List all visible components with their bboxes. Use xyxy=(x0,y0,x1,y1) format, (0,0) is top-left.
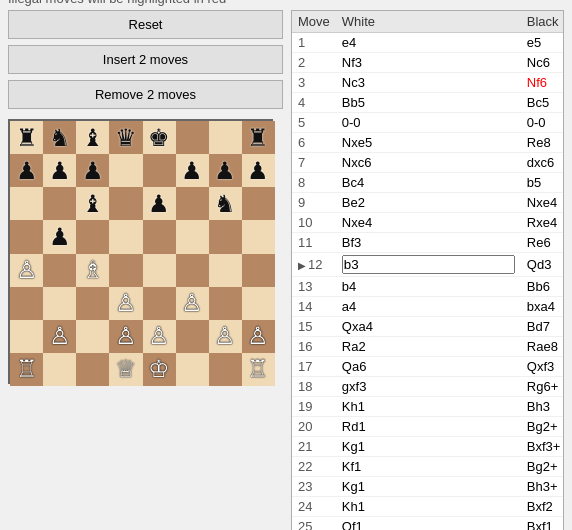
square-r3c2[interactable] xyxy=(76,220,109,253)
square-r5c2[interactable] xyxy=(76,287,109,320)
white-move[interactable]: Nxc6 xyxy=(336,153,521,173)
square-r4c2[interactable]: ♗ xyxy=(76,254,109,287)
square-r7c7[interactable]: ♖ xyxy=(242,353,275,386)
white-move[interactable]: e4 xyxy=(336,33,521,53)
square-r0c5[interactable] xyxy=(176,121,209,154)
table-row[interactable]: 8Bc4b5 xyxy=(292,173,563,193)
table-row[interactable]: 4Bb5Bc5 xyxy=(292,93,563,113)
white-move[interactable] xyxy=(336,253,521,277)
white-move[interactable]: Kg1 xyxy=(336,437,521,457)
white-move[interactable]: Be2 xyxy=(336,193,521,213)
square-r1c5[interactable]: ♟ xyxy=(176,154,209,187)
black-move[interactable]: Rg6+ xyxy=(521,377,563,397)
white-move[interactable]: Rd1 xyxy=(336,417,521,437)
square-r0c0[interactable]: ♜ xyxy=(10,121,43,154)
table-row[interactable]: 14a4bxa4 xyxy=(292,297,563,317)
square-r6c4[interactable]: ♙ xyxy=(143,320,176,353)
square-r2c6[interactable]: ♞ xyxy=(209,187,242,220)
black-move[interactable]: e5 xyxy=(521,33,563,53)
square-r0c1[interactable]: ♞ xyxy=(43,121,76,154)
square-r7c5[interactable] xyxy=(176,353,209,386)
black-move[interactable]: Bxf1 xyxy=(521,517,563,531)
square-r0c6[interactable] xyxy=(209,121,242,154)
square-r2c5[interactable] xyxy=(176,187,209,220)
white-move[interactable]: Nxe4 xyxy=(336,213,521,233)
black-move[interactable]: Qd3 xyxy=(521,253,563,277)
black-move[interactable]: b5 xyxy=(521,173,563,193)
square-r5c3[interactable]: ♙ xyxy=(109,287,142,320)
square-r3c4[interactable] xyxy=(143,220,176,253)
table-row[interactable]: 7Nxc6dxc6 xyxy=(292,153,563,173)
square-r3c1[interactable]: ♟ xyxy=(43,220,76,253)
black-move[interactable]: Re8 xyxy=(521,133,563,153)
table-row[interactable]: 17Qa6Qxf3 xyxy=(292,357,563,377)
table-row[interactable]: 25Qf1Bxf1 xyxy=(292,517,563,531)
white-move[interactable]: Kf1 xyxy=(336,457,521,477)
black-move[interactable]: Rxe4 xyxy=(521,213,563,233)
black-move[interactable]: Bg2+ xyxy=(521,457,563,477)
table-row[interactable]: 13b4Bb6 xyxy=(292,277,563,297)
square-r6c0[interactable] xyxy=(10,320,43,353)
square-r3c3[interactable] xyxy=(109,220,142,253)
white-move[interactable]: Qf1 xyxy=(336,517,521,531)
table-row[interactable]: 9Be2Nxe4 xyxy=(292,193,563,213)
move-table-wrapper[interactable]: Move White Black 1e4e52Nf3Nc63Nc3Nf64Bb5… xyxy=(292,11,563,530)
square-r6c6[interactable]: ♙ xyxy=(209,320,242,353)
square-r2c2[interactable]: ♝ xyxy=(76,187,109,220)
square-r6c3[interactable]: ♙ xyxy=(109,320,142,353)
black-move[interactable]: Rae8 xyxy=(521,337,563,357)
square-r4c7[interactable] xyxy=(242,254,275,287)
table-row[interactable]: 16Ra2Rae8 xyxy=(292,337,563,357)
table-row[interactable]: 15Qxa4Bd7 xyxy=(292,317,563,337)
square-r7c2[interactable] xyxy=(76,353,109,386)
square-r7c3[interactable]: ♕ xyxy=(109,353,142,386)
white-move[interactable]: Qa6 xyxy=(336,357,521,377)
square-r4c1[interactable] xyxy=(43,254,76,287)
square-r0c4[interactable]: ♚ xyxy=(143,121,176,154)
white-move[interactable]: Bf3 xyxy=(336,233,521,253)
table-row[interactable]: 3Nc3Nf6 xyxy=(292,73,563,93)
table-row[interactable]: 10Nxe4Rxe4 xyxy=(292,213,563,233)
white-move[interactable]: Kh1 xyxy=(336,397,521,417)
white-move[interactable]: gxf3 xyxy=(336,377,521,397)
square-r7c6[interactable] xyxy=(209,353,242,386)
black-move[interactable]: dxc6 xyxy=(521,153,563,173)
square-r6c2[interactable] xyxy=(76,320,109,353)
black-move[interactable]: Nc6 xyxy=(521,53,563,73)
square-r7c0[interactable]: ♖ xyxy=(10,353,43,386)
black-move[interactable]: 0-0 xyxy=(521,113,563,133)
square-r2c1[interactable] xyxy=(43,187,76,220)
square-r1c4[interactable] xyxy=(143,154,176,187)
square-r4c3[interactable] xyxy=(109,254,142,287)
black-move[interactable]: Bh3+ xyxy=(521,477,563,497)
black-move[interactable]: Bxf2 xyxy=(521,497,563,517)
square-r5c6[interactable] xyxy=(209,287,242,320)
table-row[interactable]: 21Kg1Bxf3+ xyxy=(292,437,563,457)
white-move[interactable]: Nc3 xyxy=(336,73,521,93)
square-r2c7[interactable] xyxy=(242,187,275,220)
square-r5c5[interactable]: ♙ xyxy=(176,287,209,320)
table-row[interactable]: 23Kg1Bh3+ xyxy=(292,477,563,497)
square-r7c4[interactable]: ♔ xyxy=(143,353,176,386)
white-move[interactable]: Kh1 xyxy=(336,497,521,517)
white-move[interactable]: Ra2 xyxy=(336,337,521,357)
square-r1c0[interactable]: ♟ xyxy=(10,154,43,187)
square-r0c7[interactable]: ♜ xyxy=(242,121,275,154)
table-row[interactable]: 1e4e5 xyxy=(292,33,563,53)
table-row[interactable]: 18gxf3Rg6+ xyxy=(292,377,563,397)
table-row[interactable]: 50-00-0 xyxy=(292,113,563,133)
square-r0c2[interactable]: ♝ xyxy=(76,121,109,154)
white-move[interactable]: Bc4 xyxy=(336,173,521,193)
white-move[interactable]: a4 xyxy=(336,297,521,317)
square-r6c1[interactable]: ♙ xyxy=(43,320,76,353)
black-move[interactable]: Nxe4 xyxy=(521,193,563,213)
square-r5c1[interactable] xyxy=(43,287,76,320)
reset-button[interactable]: Reset xyxy=(8,10,283,39)
white-move[interactable]: Kg1 xyxy=(336,477,521,497)
white-move[interactable]: b4 xyxy=(336,277,521,297)
white-move[interactable]: Nxe5 xyxy=(336,133,521,153)
black-move[interactable]: Re6 xyxy=(521,233,563,253)
square-r3c7[interactable] xyxy=(242,220,275,253)
black-move[interactable]: Bh3 xyxy=(521,397,563,417)
table-row[interactable]: 11Bf3Re6 xyxy=(292,233,563,253)
